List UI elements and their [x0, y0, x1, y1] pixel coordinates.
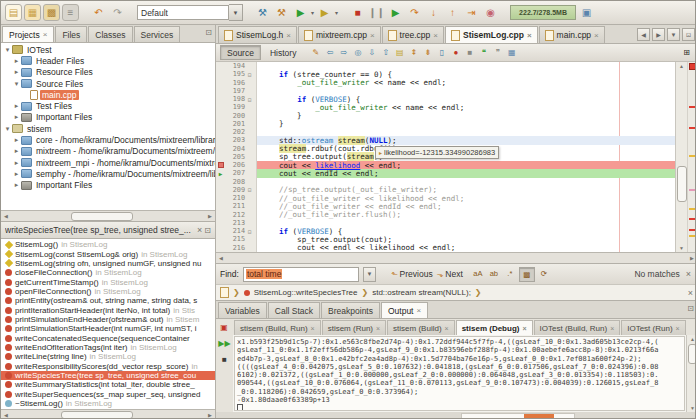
gutter-line[interactable]: 204 [216, 145, 256, 153]
breadcrumb-item[interactable]: StisemLog::writeSpeciesTree [254, 288, 358, 297]
clean-build-icon[interactable]: ⚒ [273, 4, 290, 21]
forward-icon[interactable]: ⇨ [337, 46, 350, 59]
run-icon[interactable]: ▶ [292, 4, 309, 21]
close-icon[interactable]: × [376, 325, 380, 332]
collapse-icon[interactable]: ▾ [3, 46, 12, 54]
debug-dropdown-icon[interactable]: ▾ [335, 9, 338, 16]
stripe-mark[interactable] [689, 106, 695, 108]
expand-icon[interactable]: ▸ [12, 147, 21, 155]
breakpoint-icon[interactable] [218, 162, 224, 168]
scroll-right-icon[interactable]: ▶ [688, 254, 696, 261]
fold-icon[interactable]: ⊟ [245, 96, 254, 103]
editor-hscrollbar[interactable]: ◀ ▶ [216, 252, 696, 263]
gutter-line[interactable]: 214⊟ [216, 227, 256, 235]
pause-icon[interactable]: ❙❙ [368, 4, 385, 21]
editor-tab-tree-cpp[interactable]: tree.cpp× [382, 26, 444, 43]
scroll-thumb[interactable] [688, 344, 696, 364]
scroll-thumb[interactable] [71, 212, 133, 221]
stripe-mark[interactable] [689, 127, 695, 129]
close-icon[interactable]: × [433, 31, 438, 40]
bottom-tab-output[interactable]: Output× [381, 302, 428, 318]
scroll-right-icon[interactable]: ▶ [206, 411, 214, 418]
output-text[interactable]: x1.b593f25b9d1c5p-7):0x1.e563c8fbe2d74p-… [234, 336, 685, 411]
stripe-mark[interactable] [689, 218, 695, 220]
fold-icon[interactable]: ⊟ [245, 228, 254, 235]
match-case-icon[interactable]: aA [471, 267, 485, 280]
scroll-left-icon[interactable]: ◀ [217, 254, 225, 261]
find-close-icon[interactable]: × [684, 269, 693, 279]
tree-item[interactable]: ▸Important Files [1, 112, 215, 123]
navigator-item[interactable]: StisemLog(const StisemLog& orig)in Stise… [1, 249, 215, 258]
tree-item[interactable]: ▸mixtreem_mpi - /home/ikramu/Documents/m… [1, 157, 215, 168]
toolbar-overflow-icon[interactable]: ⊞ [680, 46, 693, 59]
rerun-icon[interactable]: ▶▶ [219, 337, 231, 349]
tree-item[interactable]: main.cpp [1, 89, 215, 100]
apply-code-changes-icon[interactable]: ◉ [482, 4, 499, 21]
fold-icon[interactable]: ⊟ [245, 71, 254, 78]
code-line[interactable]: } [257, 112, 675, 120]
close-icon[interactable]: × [527, 31, 532, 40]
tab-list-icon[interactable]: ▼ [667, 28, 680, 41]
gutter-line[interactable]: 199 [216, 103, 256, 111]
stripe-mark[interactable] [689, 208, 695, 210]
code-line[interactable]: _out_file_writer << name << endl; [257, 79, 675, 87]
expand-icon[interactable]: ▸ [12, 57, 21, 65]
configuration-value[interactable]: Default [137, 5, 229, 20]
debug-icon[interactable]: ▶ [316, 4, 333, 21]
close-icon[interactable]: × [445, 325, 449, 332]
fold-icon[interactable]: ⊟ [245, 186, 254, 193]
close-icon[interactable]: × [676, 325, 680, 332]
run-to-cursor-icon[interactable]: ⇥ [463, 4, 480, 21]
tree-item[interactable]: ▸Resource Files [1, 67, 215, 78]
navigator-item[interactable]: StisemLog()in StisemLog [1, 240, 215, 249]
scroll-left-icon[interactable]: ◀ [2, 212, 10, 219]
editor-tab-mixtreem-cpp[interactable]: mixtreem.cpp× [298, 26, 381, 43]
explorer-tab-services[interactable]: Services [134, 26, 181, 42]
navigator-item[interactable]: writeSpeciesTree(tree sp_tree, unsigned … [1, 371, 215, 380]
close-icon[interactable]: × [286, 31, 291, 40]
gutter-line[interactable]: 197 [216, 87, 256, 95]
close-icon[interactable]: × [43, 30, 48, 39]
code-editor[interactable]: 194 195⊟196 197 198⊟199 200 201 202 203 … [216, 62, 696, 252]
garbage-collect-icon[interactable]: ▣ [578, 4, 595, 21]
new-project-icon[interactable]: ▦ [24, 4, 41, 21]
tree-item[interactable]: ▾Source Files [1, 78, 215, 89]
scroll-left-icon[interactable]: ◀ [2, 411, 10, 418]
output-tab-stisem-build-[interactable]: stisem (Build)× [387, 320, 455, 335]
save-all-icon[interactable]: ≡ [62, 4, 79, 21]
gutter-line[interactable]: 211 [216, 202, 256, 210]
minimize-icon[interactable]: ⊡ [205, 28, 212, 37]
expand-icon[interactable]: ▸ [12, 113, 21, 121]
back-icon[interactable]: ⇦ [323, 46, 336, 59]
new-file-icon[interactable]: ▤ [5, 4, 22, 21]
breadcrumb-close-icon[interactable]: × [686, 288, 695, 298]
expand-icon[interactable]: ▸ [12, 159, 21, 167]
bottom-tab-breakpoints[interactable]: Breakpoints [321, 302, 380, 318]
gutter-line[interactable]: 209⊟ [216, 186, 256, 194]
find-previous-button[interactable]: ⬑ Previous [391, 269, 433, 279]
code-line[interactable]: } [257, 120, 675, 128]
scroll-up-icon[interactable]: ▲ [677, 62, 686, 70]
tree-item[interactable]: ▸Important Files [1, 180, 215, 191]
navigator-item[interactable]: closeFileConnection()in StisemLog [1, 268, 215, 277]
close-icon[interactable]: × [594, 31, 599, 40]
editor-gutter[interactable]: 194 195⊟196 197 198⊟199 200 201 202 203 … [216, 62, 257, 252]
output-tab-iotest-run-[interactable]: IOTest (Run)× [621, 320, 685, 335]
navigator-item[interactable]: writeConcatenatedSequence(sequenceContai… [1, 333, 215, 342]
gutter-line[interactable]: 206 [216, 161, 256, 169]
projects-hscrollbar[interactable]: ◀ ▶ [1, 210, 215, 221]
editor-vscrollbar[interactable]: ▲ ▼ [675, 62, 687, 252]
tree-item[interactable]: ▸core - /home/ikramu/Documents/mixtreem/… [1, 134, 215, 145]
find-input[interactable]: total time [243, 267, 359, 282]
code-line[interactable]: cout << endl << likelihood << endl; [257, 244, 675, 252]
gutter-line[interactable]: 195⊟ [216, 70, 256, 78]
gutter-line[interactable]: 208 [216, 178, 256, 186]
navigator-item[interactable]: printSimulationStartHeader(int numGF, in… [1, 324, 215, 333]
minimize-icon[interactable]: ⊡ [204, 226, 211, 235]
navigator-hscrollbar[interactable]: ◀ ▶ [1, 409, 215, 419]
build-icon[interactable]: ⚒ [254, 4, 271, 21]
configuration-combo[interactable]: Default ▼ [137, 4, 243, 21]
step-out-icon[interactable]: ↑ [444, 4, 461, 21]
finish-debugger-icon[interactable]: ■ [349, 4, 366, 21]
scroll-down-icon[interactable]: ▼ [688, 404, 696, 412]
